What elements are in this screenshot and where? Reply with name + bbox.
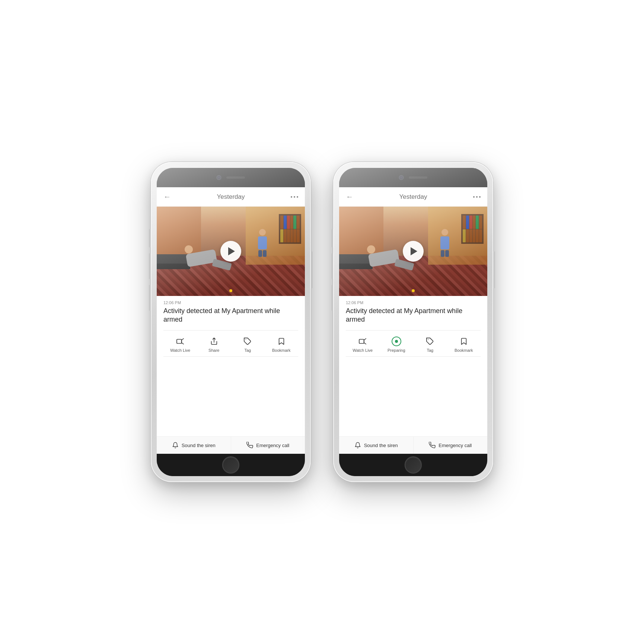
- front-camera-icon: [217, 175, 221, 180]
- phone-1-inner: ← Yesterday: [157, 168, 305, 476]
- page-title-2: Yesterday: [399, 193, 427, 201]
- side-btn-mute-2: [331, 229, 333, 248]
- play-triangle-icon-2: [411, 247, 417, 255]
- side-btn-vol-down: [149, 285, 151, 311]
- phone-2-bottom: [339, 454, 487, 476]
- siren-label-2: Sound the siren: [364, 443, 398, 448]
- preparing-btn-2[interactable]: Preparing: [385, 337, 408, 353]
- bookmark-icon: [277, 337, 286, 346]
- timestamp-1: 12:06 PM: [163, 300, 298, 305]
- event-title-1: Activity detected at My Apartment while …: [163, 307, 298, 324]
- event-title-2: Activity detected at My Apartment while …: [346, 307, 481, 324]
- share-btn-1[interactable]: Share: [203, 337, 225, 353]
- menu-dots-1[interactable]: [291, 196, 298, 198]
- preparing-label-2: Preparing: [388, 348, 405, 353]
- tag-label-1: Tag: [244, 348, 251, 353]
- content-area-1: 12:06 PM Activity detected at My Apartme…: [157, 296, 305, 436]
- front-camera-icon-2: [399, 175, 404, 180]
- preparing-icon: [392, 337, 401, 346]
- video-thumbnail-2[interactable]: [339, 207, 487, 296]
- share-label-1: Share: [208, 348, 219, 353]
- divider-1: [163, 330, 298, 331]
- phones-container: ← Yesterday: [151, 162, 493, 482]
- speaker-icon-2: [409, 176, 427, 179]
- phone-1-topbar: [157, 168, 305, 187]
- play-button-1[interactable]: [220, 241, 241, 262]
- emergency-label-1: Emergency call: [256, 443, 289, 448]
- dot-6: [479, 196, 481, 198]
- content-area-2: 12:06 PM Activity detected at My Apartme…: [339, 296, 487, 436]
- share-icon: [209, 337, 219, 346]
- person-standing: [257, 229, 268, 255]
- menu-dots-2[interactable]: [473, 196, 481, 198]
- divider-3: [346, 330, 481, 331]
- phone-2: ← Yesterday: [333, 162, 493, 482]
- watch-live-label-1: Watch Live: [170, 348, 190, 353]
- back-button-1[interactable]: ←: [163, 192, 171, 201]
- phone-icon-2: [429, 442, 436, 449]
- dot-3: [297, 196, 298, 198]
- back-button-2[interactable]: ←: [346, 192, 353, 201]
- action-row-1: Watch Live Share: [163, 333, 298, 355]
- bookmark-btn-2[interactable]: Bookmark: [453, 337, 475, 353]
- svg-rect-0: [177, 339, 182, 343]
- siren-btn-2[interactable]: Sound the siren: [339, 437, 413, 454]
- bell-icon-2: [354, 442, 361, 449]
- video-thumbnail-1[interactable]: [157, 207, 305, 296]
- phone-icon: [246, 442, 253, 449]
- tag-btn-1[interactable]: Tag: [236, 337, 259, 353]
- bookmark-btn-1[interactable]: Bookmark: [270, 337, 293, 353]
- watch-live-btn-1[interactable]: Watch Live: [169, 337, 191, 353]
- dot-4: [473, 196, 475, 198]
- side-btn-vol-down-2: [331, 285, 333, 311]
- tag-btn-2[interactable]: Tag: [419, 337, 441, 353]
- bell-icon: [172, 442, 179, 449]
- tag-label-2: Tag: [427, 348, 433, 353]
- phone-1: ← Yesterday: [151, 162, 311, 482]
- emergency-label-2: Emergency call: [439, 443, 472, 448]
- siren-btn-1[interactable]: Sound the siren: [157, 437, 231, 454]
- side-btn-vol-up: [149, 253, 151, 279]
- side-btn-power-2: [493, 251, 495, 288]
- video-icon-2: [358, 337, 367, 346]
- bookmark-label-2: Bookmark: [455, 348, 473, 353]
- indicator-dot-2: [412, 289, 415, 292]
- app-header-2: ← Yesterday: [339, 187, 487, 207]
- bookshelf: [279, 214, 301, 244]
- action-row-2: Watch Live Preparing: [346, 333, 481, 355]
- page-title-1: Yesterday: [217, 193, 245, 201]
- timestamp-2: 12:06 PM: [346, 300, 481, 305]
- divider-2: [163, 356, 298, 357]
- bookmark-icon-2: [459, 337, 469, 346]
- speaker-icon: [226, 176, 245, 179]
- emergency-btn-2[interactable]: Emergency call: [413, 437, 488, 454]
- phone-2-inner: ← Yesterday: [339, 168, 487, 476]
- home-button-2[interactable]: [405, 456, 422, 474]
- watch-live-label-2: Watch Live: [353, 348, 373, 353]
- play-triangle-icon: [228, 247, 235, 255]
- emergency-btn-1[interactable]: Emergency call: [231, 437, 305, 454]
- divider-4: [346, 356, 481, 357]
- home-button-1[interactable]: [222, 456, 239, 474]
- watch-live-btn-2[interactable]: Watch Live: [351, 337, 374, 353]
- app-header-1: ← Yesterday: [157, 187, 305, 207]
- indicator-dot-1: [229, 289, 232, 292]
- bottom-bar-2: Sound the siren Emergency call: [339, 436, 487, 454]
- svg-rect-3: [359, 339, 364, 343]
- phone-2-topbar: [339, 168, 487, 187]
- dot-5: [476, 196, 478, 198]
- siren-label-1: Sound the siren: [182, 443, 216, 448]
- play-button-2[interactable]: [403, 241, 424, 262]
- phone-1-bottom: [157, 454, 305, 476]
- dot-1: [291, 196, 292, 198]
- person-standing-2: [439, 229, 450, 255]
- phone-1-screen: ← Yesterday: [157, 187, 305, 454]
- sofa: [157, 254, 190, 269]
- bookmark-label-1: Bookmark: [272, 348, 291, 353]
- bookshelf-2: [461, 214, 484, 244]
- phone-2-screen: ← Yesterday: [339, 187, 487, 454]
- side-btn-mute: [149, 229, 151, 248]
- side-btn-vol-up-2: [331, 253, 333, 279]
- bottom-bar-1: Sound the siren Emergency call: [157, 436, 305, 454]
- side-btn-power: [311, 251, 313, 288]
